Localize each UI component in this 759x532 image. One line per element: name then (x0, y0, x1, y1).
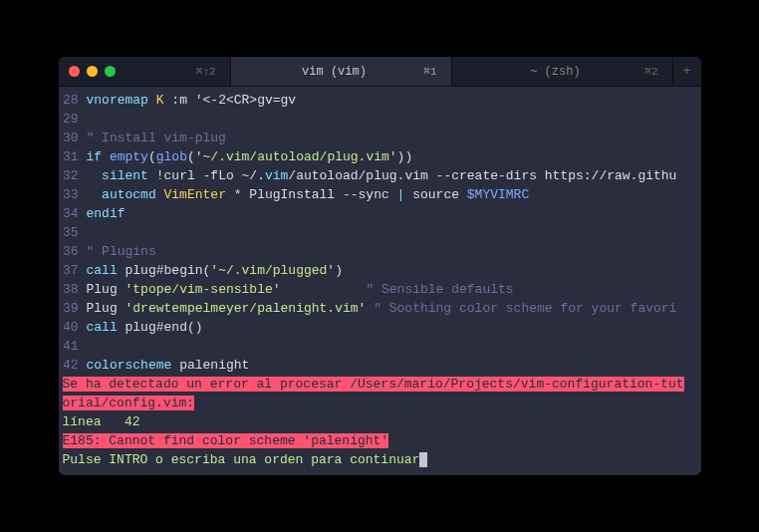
error-message: Se ha detectado un error al procesar /Us… (59, 375, 701, 394)
terminal-window: ⌘⇧2 vim (vim) ⌘1 ~ (zsh) ⌘2 + 28vnoremap… (59, 57, 701, 475)
code-line: 28vnoremap K :m '<-2<CR>gv=gv (59, 91, 701, 110)
error-message: E185: Cannot find color scheme 'palenigh… (59, 431, 701, 450)
code-line: 30" Install vim-plug (59, 129, 701, 147)
code-line: 34endif (59, 204, 701, 223)
code-line: 33 autocmd VimEnter * PlugInstall --sync… (59, 185, 701, 204)
code-line: 41 (59, 337, 701, 356)
minimize-icon[interactable] (87, 66, 98, 77)
code-line: 37call plug#begin('~/.vim/plugged') (59, 261, 701, 280)
maximize-icon[interactable] (105, 66, 116, 77)
code-line: 31if empty(glob('~/.vim/autoload/plug.vi… (59, 147, 701, 166)
error-message: orial/config.vim: (59, 394, 701, 412)
new-tab-button[interactable]: + (673, 57, 701, 86)
window-controls (59, 66, 126, 77)
cursor (419, 452, 427, 467)
tab-group: ⌘⇧2 vim (vim) ⌘1 ~ (zsh) ⌘2 + (126, 57, 701, 86)
error-line-number: línea 42 (59, 412, 701, 431)
editor-viewport[interactable]: 28vnoremap K :m '<-2<CR>gv=gv 29 30" Ins… (59, 87, 701, 475)
code-line: 29 (59, 110, 701, 129)
close-icon[interactable] (69, 66, 80, 77)
code-line: 32 silent !curl -fLo ~/.vim/autoload/plu… (59, 166, 701, 185)
tab-shortcut-hint: ⌘⇧2 (126, 57, 231, 86)
code-line: 39Plug 'drewtempelmeyer/palenight.vim' "… (59, 299, 701, 318)
code-line: 38Plug 'tpope/vim-sensible' " Sensible d… (59, 280, 701, 299)
prompt-continue: Pulse INTRO o escriba una orden para con… (59, 450, 701, 469)
code-line: 35 (59, 223, 701, 242)
code-line: 42colorscheme palenight (59, 356, 701, 375)
code-line: 40call plug#end() (59, 318, 701, 337)
tab-vim[interactable]: vim (vim) ⌘1 (231, 57, 452, 86)
titlebar: ⌘⇧2 vim (vim) ⌘1 ~ (zsh) ⌘2 + (59, 57, 701, 87)
code-line: 36" Plugins (59, 242, 701, 261)
tab-zsh[interactable]: ~ (zsh) ⌘2 (452, 57, 673, 86)
